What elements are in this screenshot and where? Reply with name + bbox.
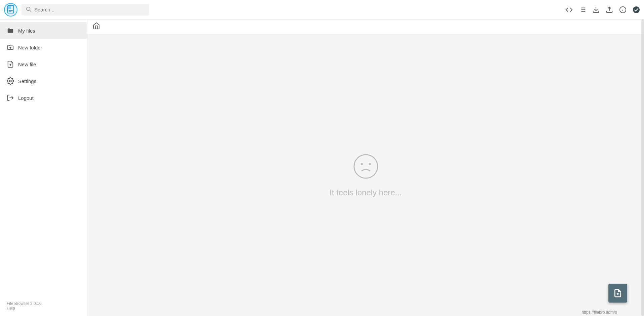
upload-icon[interactable] [606,6,613,13]
new-file-icon [7,61,14,68]
list-view-icon[interactable] [579,6,586,13]
empty-state-text: It feels lonely here... [330,188,402,197]
done-icon[interactable] [633,6,640,13]
url-hint: https://filebro.adm/o [582,310,617,315]
svg-point-18 [633,6,640,13]
header-actions [565,6,640,13]
sidebar-label-new-file: New file [18,62,36,67]
scrollbar[interactable] [641,19,644,316]
sidebar-item-new-file[interactable]: New file [0,56,87,73]
sidebar: My files New folder [0,19,87,316]
svg-point-26 [361,163,363,165]
svg-point-23 [9,80,11,82]
download-icon[interactable] [592,6,600,13]
settings-icon [7,77,14,85]
folder-icon [7,27,14,34]
new-folder-icon [7,44,14,51]
code-view-icon[interactable] [565,6,573,13]
svg-point-0 [4,3,17,16]
new-file-fab-button[interactable] [608,284,627,303]
svg-rect-2 [8,6,11,9]
svg-point-5 [27,7,30,11]
sidebar-footer: File Browser 2.0.16 Help [0,296,87,316]
search-icon [26,6,32,13]
sidebar-item-settings[interactable]: Settings [0,73,87,89]
svg-point-27 [369,163,371,165]
sidebar-item-my-files[interactable]: My files [0,22,87,39]
sidebar-item-logout[interactable]: Logout [0,89,87,106]
breadcrumb-bar [87,19,644,34]
layout: My files New folder [0,19,644,316]
home-breadcrumb[interactable] [93,22,100,31]
sidebar-label-new-folder: New folder [18,45,42,50]
empty-state-icon [352,153,379,181]
info-icon[interactable] [619,6,627,13]
search-bar[interactable] [22,4,149,15]
sidebar-item-new-folder[interactable]: New folder [0,39,87,56]
sidebar-label-my-files: My files [18,28,35,34]
content-area: It feels lonely here... [87,34,644,316]
version-text: File Browser 2.0.16 [7,301,41,306]
sidebar-label-settings: Settings [18,78,36,84]
header [0,0,644,19]
search-input[interactable] [34,7,145,12]
main-content: It feels lonely here... [87,19,644,316]
sidebar-label-logout: Logout [18,95,34,101]
svg-line-6 [30,10,31,11]
app-logo[interactable] [4,3,17,16]
svg-point-25 [354,155,378,178]
logout-icon [7,94,14,102]
help-link[interactable]: Help [7,306,80,311]
